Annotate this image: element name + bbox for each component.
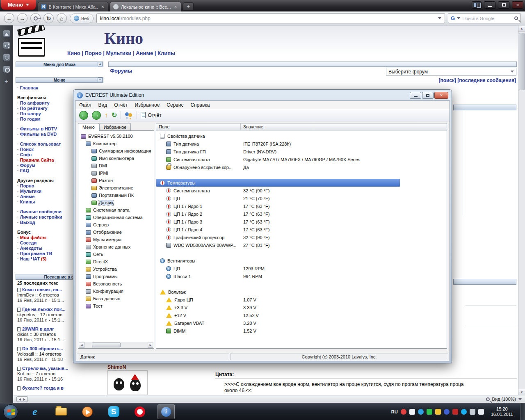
add-panel-icon[interactable]: + bbox=[3, 78, 10, 85]
tree-item-sensor[interactable]: Датчик bbox=[78, 199, 154, 206]
everest-minimize-button[interactable] bbox=[410, 92, 421, 99]
taskbar-clock[interactable]: 15:20 16.01.2011 bbox=[487, 406, 517, 417]
report-row-volt-3v[interactable]: +3.3 V3.39 V bbox=[156, 304, 447, 311]
scroll-left-icon[interactable]: ◄ bbox=[79, 342, 84, 348]
menu-file[interactable]: Файл bbox=[79, 102, 91, 108]
tree-item-network[interactable]: Сеть bbox=[78, 251, 154, 258]
tree-item-power[interactable]: Электропитание bbox=[78, 184, 154, 192]
site-nav-links[interactable]: Кино | Порно | Мультики | Аниме | Клипы bbox=[67, 50, 175, 56]
history-panel-icon[interactable] bbox=[3, 54, 10, 61]
tree-item-storage[interactable]: Хранение данных bbox=[78, 243, 154, 251]
window-minimize-button[interactable] bbox=[484, 1, 495, 9]
share-panel-icon[interactable] bbox=[3, 42, 10, 49]
address-bar[interactable]: kino.local /modules.php bbox=[96, 13, 445, 23]
column-value[interactable]: Значение bbox=[241, 123, 447, 130]
browser-tab-kino[interactable]: Локальное кино :: Все... × bbox=[110, 2, 181, 11]
report-button[interactable]: Отчёт bbox=[141, 112, 161, 118]
tree-item-benchmark[interactable]: Тест bbox=[78, 302, 154, 310]
home-button[interactable]: ⌂ bbox=[57, 13, 67, 23]
menu-help[interactable]: Справка bbox=[190, 102, 210, 108]
page-scrollbar[interactable]: ▲ ▼ bbox=[518, 25, 525, 395]
collapse-button[interactable]: − bbox=[98, 78, 103, 82]
tree-item-config[interactable]: Конфигурация bbox=[78, 288, 154, 295]
start-button[interactable] bbox=[3, 404, 18, 419]
scrollbar-thumb[interactable] bbox=[519, 33, 525, 90]
report-row-temp-cpu[interactable]: ЦП21 °C (70 °F) bbox=[156, 194, 447, 202]
menu-favorites[interactable]: Избранное bbox=[135, 102, 160, 108]
report-row-temp-motherboard[interactable]: Системная плата32 °C (90 °F) bbox=[156, 187, 447, 194]
network-icon[interactable] bbox=[478, 409, 484, 415]
report-row-temp-core1[interactable]: ЦП 1 / Ядро 117 °C (63 °F) bbox=[156, 202, 447, 210]
tab-favorites[interactable]: Избранное bbox=[99, 123, 131, 131]
search-field[interactable]: G Поиск в Google bbox=[448, 13, 521, 23]
media-player-button[interactable] bbox=[79, 404, 96, 419]
search-engine-dropdown-icon[interactable] bbox=[457, 17, 460, 19]
browser-menu-button[interactable]: Меню bbox=[1, 0, 36, 10]
tray-icon-3[interactable] bbox=[418, 409, 424, 415]
tray-icon-7[interactable] bbox=[452, 409, 458, 415]
report-row-temp-core3[interactable]: ЦП 1 / Ядро 317 °C (63 °F) bbox=[156, 218, 447, 226]
tray-icon-6[interactable] bbox=[444, 409, 450, 415]
browser-tab-vkontakte[interactable]: В В Контакте | Миха Аба... × bbox=[38, 2, 108, 11]
tree-item-portable-pc[interactable]: Портативный ПК bbox=[78, 192, 154, 199]
report-row-volt-vbat[interactable]: Батарея VBAT3.28 V bbox=[156, 319, 447, 327]
tab-close-icon[interactable]: × bbox=[100, 4, 105, 10]
tree-item-os[interactable]: Операционная система bbox=[78, 214, 154, 221]
tray-icon-8[interactable] bbox=[461, 409, 467, 415]
report-row-sensor-type[interactable]: Тип датчикаITE IT8720F (ISA 228h) bbox=[156, 140, 447, 148]
report-row-temp-core4[interactable]: ЦП 1 / Ядро 417 °C (63 °F) bbox=[156, 226, 447, 233]
topic-link[interactable]: бухаете? тогда я в bbox=[17, 386, 86, 391]
images-panel-icon[interactable] bbox=[3, 30, 10, 37]
tree-item-motherboard[interactable]: Системная плата bbox=[78, 206, 154, 214]
panels-toggle-icon[interactable] bbox=[472, 1, 482, 9]
tree-item-overclock[interactable]: Разгон bbox=[78, 177, 154, 184]
toolbar-up-button[interactable]: ↑ bbox=[105, 112, 108, 119]
volume-icon[interactable] bbox=[470, 409, 475, 415]
everest-title-bar[interactable]: i EVEREST Ultimate Edition × bbox=[73, 90, 452, 100]
topic-link[interactable]: Стрелочка, указыв... bbox=[17, 366, 86, 371]
scroll-down-icon[interactable]: ▼ bbox=[518, 389, 525, 395]
toolbar-forward-button[interactable]: → bbox=[92, 111, 101, 120]
reload-button[interactable]: ↻ bbox=[43, 13, 54, 23]
address-dropdown-icon[interactable] bbox=[438, 17, 441, 19]
web-button[interactable]: Веб bbox=[70, 14, 94, 23]
internet-explorer-button[interactable]: e bbox=[26, 404, 43, 419]
tree-item-dmi[interactable]: DMI bbox=[78, 162, 154, 169]
skype-button[interactable]: S bbox=[105, 404, 122, 419]
toolbar-refresh-button[interactable]: ↻ bbox=[112, 111, 117, 119]
tree-item-computer-name[interactable]: Имя компьютера bbox=[78, 155, 154, 162]
window-close-button[interactable]: × bbox=[512, 1, 523, 9]
forum-post-author[interactable]: ShimoN bbox=[107, 364, 126, 370]
scroll-right-icon[interactable]: ► bbox=[148, 342, 153, 348]
tree-item-directx[interactable]: DirectX bbox=[78, 258, 154, 265]
forum-select[interactable]: Выберите форум bbox=[386, 68, 516, 75]
language-indicator[interactable]: RU bbox=[391, 409, 398, 414]
key-button[interactable] bbox=[30, 13, 41, 23]
tray-icon-4[interactable] bbox=[427, 409, 432, 415]
tree-item-display[interactable]: Отображение bbox=[78, 228, 154, 236]
report-section-temperatures[interactable]: Температуры bbox=[156, 179, 400, 187]
report-row-fan-cpu[interactable]: ЦП1293 RPM bbox=[156, 265, 447, 272]
report-row-chassis-intrusion[interactable]: Обнаружено вскрытие кор...Да bbox=[156, 163, 447, 171]
menu-view[interactable]: Вид bbox=[98, 102, 107, 108]
tree-item-ipmi[interactable]: IPMI bbox=[78, 169, 154, 177]
scrollbar-thumb[interactable] bbox=[92, 342, 121, 347]
tree-horizontal-scrollbar[interactable]: ◄ ► bbox=[79, 342, 153, 348]
tab-menu[interactable]: Меню bbox=[78, 123, 99, 131]
report-row-motherboard[interactable]: Системная платаGigabyte MA770 / MA790FX … bbox=[156, 155, 447, 163]
tray-icon-2[interactable] bbox=[409, 409, 415, 415]
menu-report[interactable]: Отчёт bbox=[114, 102, 128, 108]
column-field[interactable]: Поле bbox=[156, 123, 241, 130]
menu-tools[interactable]: Сервис bbox=[167, 102, 183, 108]
scroll-up-icon[interactable]: ▲ bbox=[518, 25, 525, 32]
report-row-temp-gpu[interactable]: Графический процессор32 °C (90 °F) bbox=[156, 233, 447, 241]
tree-item-multimedia[interactable]: Мультимедиа bbox=[78, 236, 154, 243]
show-desktop-button[interactable] bbox=[520, 403, 525, 420]
report-row-temp-hdd[interactable]: WDC WD5000AAKS-00WWP...27 °C (81 °F) bbox=[156, 241, 447, 249]
search-icon[interactable] bbox=[514, 16, 518, 20]
explorer-button[interactable] bbox=[52, 404, 70, 419]
back-button[interactable]: ← bbox=[4, 13, 14, 23]
tree-item-security[interactable]: Безопасность bbox=[78, 280, 154, 288]
everest-maximize-button[interactable] bbox=[422, 92, 434, 99]
report-row-volt-dimm[interactable]: DIMM1.52 V bbox=[156, 327, 447, 335]
